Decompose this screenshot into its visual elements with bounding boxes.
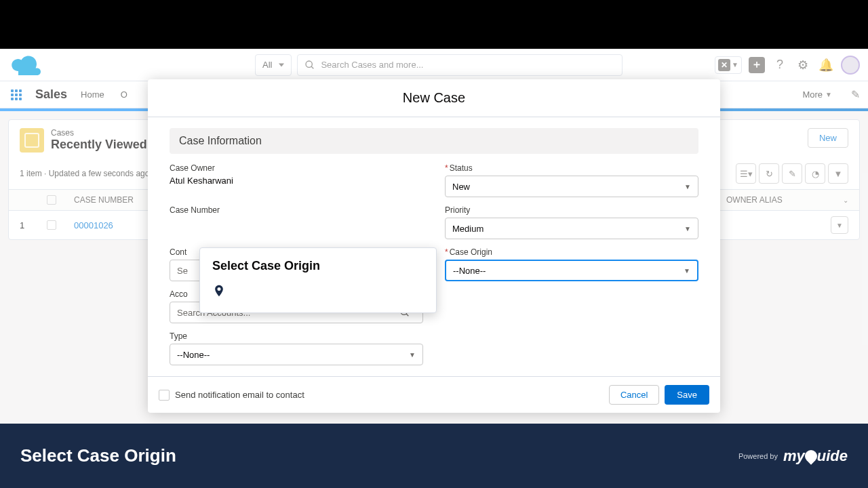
select-status[interactable]: New▼ [445, 176, 698, 197]
label-type: Type [170, 331, 423, 341]
banner-title: Select Case Origin [20, 445, 176, 466]
label-case-owner: Case Owner [170, 163, 423, 173]
label-case-number: Case Number [170, 205, 423, 215]
svg-line-3 [406, 314, 408, 316]
pin-icon [212, 283, 226, 299]
label-status: Status [445, 163, 698, 173]
banner-right: Powered by myuide [738, 447, 848, 465]
field-status: Status New▼ [445, 163, 698, 197]
select-type[interactable]: --None--▼ [170, 344, 423, 365]
label-case-origin: Case Origin [445, 247, 698, 257]
tooltip-title: Select Case Origin [212, 259, 424, 273]
chevron-down-icon: ▼ [409, 351, 416, 359]
modal-title: New Case [148, 79, 720, 117]
value-case-origin: --None-- [453, 266, 486, 276]
save-button[interactable]: Save [665, 385, 709, 405]
cancel-button[interactable]: Cancel [609, 385, 659, 405]
footer-actions: Cancel Save [609, 385, 709, 405]
select-case-origin[interactable]: --None--▼ [445, 260, 698, 281]
field-type: Type --None--▼ [170, 331, 423, 365]
section-case-information: Case Information [170, 128, 698, 154]
notify-label: Send notification email to contact [175, 390, 304, 400]
value-type: --None-- [177, 350, 210, 360]
value-priority: Medium [452, 224, 484, 234]
powered-by-label: Powered by [738, 452, 778, 460]
guide-tooltip: Select Case Origin [199, 247, 437, 313]
notify-row: Send notification email to contact [159, 390, 304, 401]
field-case-number: Case Number [170, 205, 423, 239]
field-priority: Priority Medium▼ [445, 205, 698, 239]
chevron-down-icon: ▼ [684, 225, 691, 232]
modal-body: Case Information Case Owner Atul Kesharw… [148, 117, 720, 376]
notify-checkbox[interactable] [159, 390, 170, 401]
label-priority: Priority [445, 205, 698, 215]
value-case-number [170, 218, 423, 228]
field-case-owner: Case Owner Atul Kesharwani [170, 163, 423, 197]
field-case-origin: Case Origin --None--▼ [445, 247, 698, 281]
value-case-owner: Atul Kesharwani [170, 176, 423, 186]
top-black-bar [0, 0, 868, 49]
myguide-logo: myuide [783, 447, 848, 465]
new-case-modal: New Case Case Information Case Owner Atu… [148, 79, 720, 413]
modal-footer: Send notification email to contact Cance… [148, 376, 720, 413]
placeholder-contact: Se [177, 266, 188, 276]
value-status: New [452, 182, 470, 192]
chevron-down-icon: ▼ [684, 267, 690, 274]
select-priority[interactable]: Medium▼ [445, 218, 698, 239]
chevron-down-icon: ▼ [684, 183, 691, 190]
bottom-banner: Select Case Origin Powered by myuide [0, 424, 868, 488]
